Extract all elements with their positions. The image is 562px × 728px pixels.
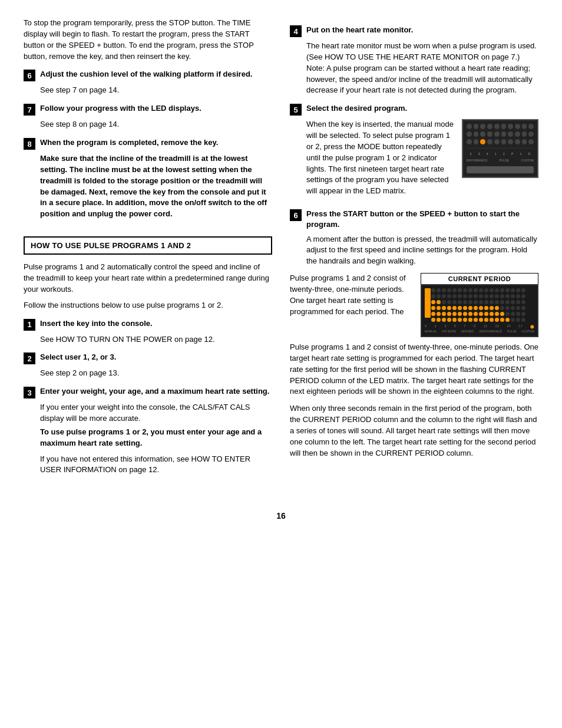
r-step-5-title: Select the desired program. <box>306 103 407 114</box>
pulse-step-2-title: Select user 1, 2, or 3. <box>40 352 116 363</box>
current-period-display: 0 1 3 5 7 9 11 13 15 17 ⬤ MANUAL F <box>421 284 538 337</box>
pulse-desc-1-cont: Pulse programs 1 and 2 consist of twenty… <box>290 342 538 397</box>
cp-row-1 <box>431 288 534 292</box>
led-bottom-labels: ERFORMANCE PULSE CUSTOM <box>467 159 534 163</box>
r-step-5-header: 5 Select the desired program. <box>290 103 538 116</box>
pulse-step-3-header: 3 Enter your weight, your age, and a max… <box>24 386 272 398</box>
pulse-step-1-title: Insert the key into the console. <box>40 318 153 329</box>
step-7-title: Follow your progress with the LED displa… <box>40 103 201 114</box>
pulse-step-2-body: See step 2 on page 13. <box>40 368 272 379</box>
pulse-step-3-title: Enter your weight, your age, and a maxim… <box>40 386 269 397</box>
step-7-header: 7 Follow your progress with the LED disp… <box>24 103 272 116</box>
pulse-step-3-bold: To use pulse programs 1 or 2, you must e… <box>40 427 272 449</box>
pulse-desc-left-text: Pulse programs 1 and 2 consist of twenty… <box>290 274 406 316</box>
cp-active-col <box>425 288 431 318</box>
pulse-step-1-header: 1 Insert the key into the console. <box>24 318 272 331</box>
cp-indicator-row <box>425 288 534 323</box>
pulse-step-2-header: 2 Select user 1, 2, or 3. <box>24 352 272 364</box>
pulse-intro-1: Pulse programs 1 and 2 automatically con… <box>24 262 272 295</box>
page: To stop the program temporarily, press t… <box>0 0 562 499</box>
led-divider <box>467 148 534 149</box>
cp-row-4 <box>431 306 534 310</box>
pulse-step-2-num: 2 <box>24 353 35 364</box>
r-step-6-title: Press the START button or the SPEED + bu… <box>306 209 538 230</box>
cp-number-row: 0 1 3 5 7 9 11 13 15 17 ⬤ <box>425 324 534 328</box>
page-number: 16 <box>0 511 562 521</box>
pulse-step-3-plain: If you enter your weight into the consol… <box>40 403 250 423</box>
step-6-title: Adjust the cushion level of the walking … <box>40 69 252 80</box>
led-mode-labels: 2 3 4 1 2 P 1 D <box>467 152 534 156</box>
current-period-label: CURRENT PERIOD <box>421 273 538 284</box>
section-box-title: HOW TO USE PULSE PROGRAMS 1 AND 2 <box>31 241 191 250</box>
cp-row-5 <box>431 312 534 316</box>
r-step-4-num: 4 <box>290 25 302 37</box>
pulse-step-1-num: 1 <box>24 319 35 331</box>
pulse-step-1-body: See HOW TO TURN ON THE POWER on page 12. <box>40 334 272 345</box>
r-step-4-title: Put on the heart rate monitor. <box>306 25 413 35</box>
cp-row-2 <box>431 294 534 298</box>
r-step-6-num: 6 <box>290 209 302 221</box>
cp-dot-grid <box>431 288 534 323</box>
pulse-step-3-num: 3 <box>24 387 35 398</box>
r-step-6-header: 6 Press the START button or the SPEED + … <box>290 209 538 230</box>
step-7-body: See step 8 on page 14. <box>40 119 272 130</box>
cp-mode-label-row: MANUAL FAT BURN AEROBIC PERFORMANCE PULS… <box>425 330 534 333</box>
step-8-num: 8 <box>24 138 35 150</box>
pulse-step-3-body: If you enter your weight into the consol… <box>40 402 272 476</box>
step-8-header: 8 When the program is completed, remove … <box>24 137 272 150</box>
r-step-5-num: 5 <box>290 104 302 116</box>
led-row-2 <box>467 131 534 137</box>
pulse-step-3-plain2: If you have not entered this information… <box>40 454 272 476</box>
r-step-5-body: 2 3 4 1 2 P 1 D ERFORMANCE PULSE CUSTOM <box>306 119 538 202</box>
r-step-4-header: 4 Put on the heart rate monitor. <box>290 25 538 37</box>
step-6-body: See step 7 on page 14. <box>40 85 272 96</box>
section-box-pulse: HOW TO USE PULSE PROGRAMS 1 AND 2 <box>24 236 272 255</box>
led-row-1 <box>467 124 534 129</box>
step-7-num: 7 <box>24 104 35 116</box>
step-6-num: 6 <box>24 70 35 81</box>
r-step-4-body: The heart rate monitor must be worn when… <box>306 41 538 96</box>
led-bar-bottom <box>467 166 534 173</box>
pulse-intro-2: Follow the instructions below to use pul… <box>24 300 272 311</box>
right-column: 4 Put on the heart rate monitor. The hea… <box>290 18 538 482</box>
pulse-desc-section: CURRENT PERIOD <box>290 273 538 342</box>
current-period-wrap: CURRENT PERIOD <box>421 273 538 337</box>
cp-row-6 <box>431 318 534 322</box>
left-column: To stop the program temporarily, press t… <box>24 18 272 482</box>
pulse-desc-2: When only three seconds remain in the fi… <box>290 403 538 459</box>
led-row-3 <box>467 139 534 144</box>
step-6-header: 6 Adjust the cushion level of the walkin… <box>24 69 272 81</box>
intro-text: To stop the program temporarily, press t… <box>24 18 272 62</box>
step-8-body: Make sure that the incline of the treadm… <box>40 153 272 220</box>
step-8-title: When the program is completed, remove th… <box>40 137 218 148</box>
r-step-6-body: A moment after the button is pressed, th… <box>306 234 538 268</box>
cp-row-3 <box>431 300 534 304</box>
led-display: 2 3 4 1 2 P 1 D ERFORMANCE PULSE CUSTOM <box>462 119 538 178</box>
